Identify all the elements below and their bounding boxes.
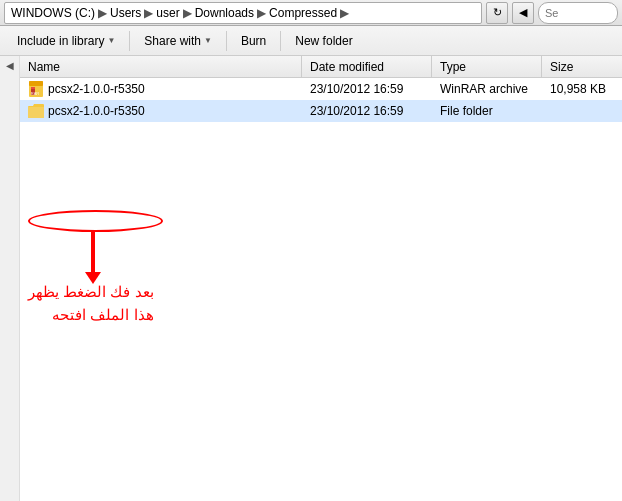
table-row[interactable]: pcsx2-1.0.0-r5350 23/10/2012 16:59 File …: [20, 100, 622, 122]
include-library-arrow-icon: ▼: [107, 36, 115, 45]
burn-button[interactable]: Burn: [232, 30, 275, 52]
share-with-label: Share with: [144, 34, 201, 48]
folder-date-cell: 23/10/2012 16:59: [302, 102, 432, 120]
address-bar: WINDOWS (C:) ▶ Users ▶ user ▶ Downloads …: [0, 0, 622, 26]
arrow-sep-3: ▶: [183, 6, 192, 20]
toolbar-separator-1: [129, 31, 130, 51]
table-row[interactable]: RAR pcsx2-1.0.0-r5350 23/10/2012 16:59 W…: [20, 78, 622, 100]
folder-name-cell: pcsx2-1.0.0-r5350: [20, 102, 302, 120]
file-list: RAR pcsx2-1.0.0-r5350 23/10/2012 16:59 W…: [20, 78, 622, 501]
crumb-users[interactable]: Users: [110, 6, 141, 20]
address-path[interactable]: WINDOWS (C:) ▶ Users ▶ user ▶ Downloads …: [4, 2, 482, 24]
crumb-user[interactable]: user: [156, 6, 179, 20]
col-header-type[interactable]: Type: [432, 56, 542, 77]
arrow-sep-5: ▶: [340, 6, 349, 20]
file-date-cell: 23/10/2012 16:59: [302, 80, 432, 98]
share-with-arrow-icon: ▼: [204, 36, 212, 45]
file-size-cell: 10,958 KB: [542, 80, 622, 98]
share-with-button[interactable]: Share with ▼: [135, 30, 221, 52]
new-folder-label: New folder: [295, 34, 352, 48]
folder-type-cell: File folder: [432, 102, 542, 120]
file-area: Name Date modified Type Size RAR: [20, 56, 622, 501]
svg-rect-3: [31, 87, 35, 89]
arrow-sep-2: ▶: [144, 6, 153, 20]
file-name: pcsx2-1.0.0-r5350: [48, 82, 145, 96]
svg-rect-1: [29, 81, 43, 86]
new-folder-button[interactable]: New folder: [286, 30, 361, 52]
folder-icon: [28, 104, 44, 118]
crumb-downloads[interactable]: Downloads: [195, 6, 254, 20]
toolbar: Include in library ▼ Share with ▼ Burn N…: [0, 26, 622, 56]
include-library-button[interactable]: Include in library ▼: [8, 30, 124, 52]
folder-name: pcsx2-1.0.0-r5350: [48, 104, 145, 118]
include-library-label: Include in library: [17, 34, 104, 48]
search-input[interactable]: [538, 2, 618, 24]
burn-label: Burn: [241, 34, 266, 48]
rar-icon: RAR: [28, 81, 44, 97]
file-type-cell: WinRAR archive: [432, 80, 542, 98]
svg-text:RAR: RAR: [31, 91, 40, 96]
col-header-date[interactable]: Date modified: [302, 56, 432, 77]
arrow-sep-1: ▶: [98, 6, 107, 20]
col-header-name[interactable]: Name: [20, 56, 302, 77]
column-headers: Name Date modified Type Size: [20, 56, 622, 78]
arrow-sep-4: ▶: [257, 6, 266, 20]
toolbar-separator-2: [226, 31, 227, 51]
sidebar-collapse-icon[interactable]: ◀: [6, 60, 14, 71]
sidebar: ◀: [0, 56, 20, 501]
prev-button[interactable]: ◀: [512, 2, 534, 24]
toolbar-separator-3: [280, 31, 281, 51]
crumb-windows[interactable]: WINDOWS (C:): [11, 6, 95, 20]
col-header-size[interactable]: Size: [542, 56, 622, 77]
folder-size-cell: [542, 109, 622, 113]
refresh-button[interactable]: ↻: [486, 2, 508, 24]
file-name-cell: RAR pcsx2-1.0.0-r5350: [20, 79, 302, 99]
crumb-compressed[interactable]: Compressed: [269, 6, 337, 20]
main-container: ◀ Name Date modified Type Size: [0, 56, 622, 501]
